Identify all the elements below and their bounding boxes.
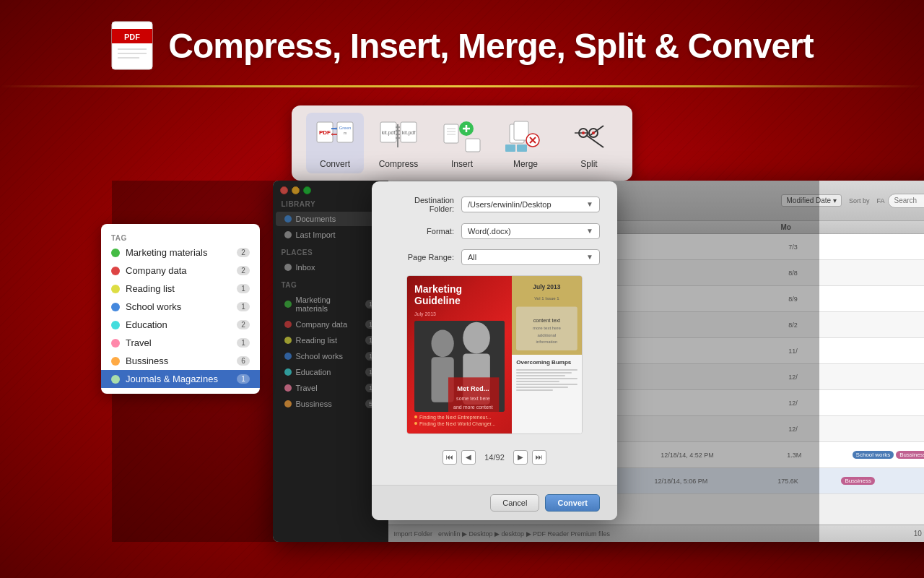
tag-school: School works [853,451,894,459]
page-indicator: 14/92 [480,453,509,462]
preview-area: Marketing Guideline July 2013 [406,275,583,434]
svg-text:some text here: some text here [456,396,490,401]
svg-rect-27 [466,139,480,152]
insert-label: Insert [451,159,473,169]
merge-label: Merge [513,159,538,169]
destination-field: Destination Folder: /Users/erwinlin/Desk… [389,196,600,213]
format-field: Format: Word(.docx) ▼ [389,223,600,239]
tool-insert[interactable]: Insert [433,113,491,173]
exp-item-journals[interactable]: Journals & Magazines 1 [101,370,260,388]
modal-body: Destination Folder: /Users/erwinlin/Desk… [372,181,617,485]
exp-reading-dot [111,285,120,293]
preview-left: Marketing Guideline July 2013 [407,276,512,434]
search-input[interactable] [888,194,925,208]
svg-point-40 [582,131,585,134]
format-text: Word(.docx) [468,227,511,236]
split-label: Split [580,159,597,169]
destination-value[interactable]: /Users/erwinlin/Desktop ▼ [461,197,600,212]
exp-school-dot [111,303,120,311]
svg-point-48 [431,330,453,358]
svg-text:kit.pdf: kit.pdf [402,130,416,136]
exp-item-reading[interactable]: Reading list 1 [101,280,260,298]
convert-label: Convert [320,159,350,169]
split-icon-area [566,117,612,156]
file-tags: School works Bussiness [853,451,924,459]
exp-tag-label: TAG [101,230,260,243]
preview-people: Met Red... some text here and more conte… [414,321,505,411]
exp-item-education[interactable]: Education 2 [101,316,260,334]
exp-reading-label: Reading list [126,283,231,294]
svg-text:PDF: PDF [124,33,140,41]
preview-bottom-right: Overcoming Bumps [512,355,582,434]
exp-item-school[interactable]: School works 1 [101,298,260,316]
tool-merge[interactable]: Merge [497,113,554,173]
convert-modal: Destination Folder: /Users/erwinlin/Desk… [372,181,617,520]
tool-split[interactable]: Split [560,113,618,173]
exp-item-bussiness[interactable]: Bussiness 6 [101,352,260,370]
exp-journals-badge: 1 [237,374,250,384]
svg-rect-33 [505,144,515,152]
app-header: PDF Compress, Insert, Merge, Split & Con… [0,0,924,85]
exp-journals-dot [111,375,120,384]
cancel-button[interactable]: Cancel [490,494,539,512]
last-page-button[interactable]: ⏭ [532,450,546,465]
tag-bussiness2: Bussiness [841,477,874,485]
pdf-icon: PDF [110,20,154,71]
exp-bussiness-badge: 6 [237,356,250,366]
exp-school-label: School works [126,301,231,312]
preview-text-lines [516,369,578,392]
convert-icon-area: PDF Green m [312,117,358,156]
format-value[interactable]: Word(.docx) ▼ [461,223,600,239]
svg-point-50 [463,322,490,354]
svg-rect-0 [112,22,152,69]
svg-text:more text here: more text here [533,325,562,329]
magazine-title: Marketing Guideline [414,283,505,308]
exp-reading-badge: 1 [237,284,250,293]
svg-text:Vol 1 Issue 1: Vol 1 Issue 1 [534,296,559,300]
compress-icon-area: kit.pdf kit.pdf [375,117,422,156]
merge-icon-area [502,117,549,156]
expanded-tag-sidebar: TAG Marketing materials 2 Company data 2… [101,224,260,394]
svg-text:additional: additional [538,332,557,337]
svg-text:and more content: and more content [453,405,493,410]
exp-marketing-label: Marketing materials [126,247,231,258]
fa-label: FA [876,197,884,204]
exp-education-dot [111,321,120,329]
svg-text:kit.pdf: kit.pdf [382,130,396,136]
svg-point-41 [592,131,595,134]
destination-path: /Users/erwinlin/Desktop [468,200,552,209]
exp-marketing-dot [111,249,120,257]
tools-panel: PDF Green m Convert kit.pdf [292,105,632,181]
page-range-value[interactable]: All ▼ [461,249,600,265]
svg-text:Met Red...: Met Red... [457,384,489,392]
svg-text:July 2013: July 2013 [533,283,561,290]
gold-divider [0,85,924,87]
exp-education-label: Education [126,319,231,330]
destination-label: Destination Folder: [389,196,454,213]
tag-bussiness: Bussiness [896,451,924,459]
preview-navigation: ⏮ ◀ 14/92 ▶ ⏭ [389,444,600,470]
tool-compress[interactable]: kit.pdf kit.pdf Compress [370,113,427,173]
app-title: Compress, Insert, Merge, Split & Convert [168,26,814,66]
exp-travel-dot [111,339,120,348]
compress-label: Compress [379,159,419,169]
next-page-button[interactable]: ▶ [513,450,528,465]
exp-school-badge: 1 [237,302,250,311]
exp-travel-badge: 1 [237,338,250,348]
destination-arrow: ▼ [586,200,593,208]
exp-item-travel[interactable]: Travel 1 [101,334,260,352]
page-range-text: All [468,253,476,262]
exp-item-marketing[interactable]: Marketing materials 2 [101,243,260,262]
tool-convert[interactable]: PDF Green m Convert [306,113,364,173]
insert-icon-area [439,117,485,156]
exp-education-badge: 2 [237,320,250,329]
page-range-label: Page Range: [389,253,454,262]
exp-marketing-badge: 2 [237,248,250,257]
exp-item-company[interactable]: Company data 2 [101,262,260,280]
preview-links: Finding the Next Entrepreneur... Finding… [414,415,505,426]
first-page-button[interactable]: ⏮ [443,450,457,465]
exp-company-badge: 2 [237,266,250,275]
prev-page-button[interactable]: ◀ [461,450,476,465]
convert-button[interactable]: Convert [545,494,600,512]
exp-company-label: Company data [126,265,231,276]
